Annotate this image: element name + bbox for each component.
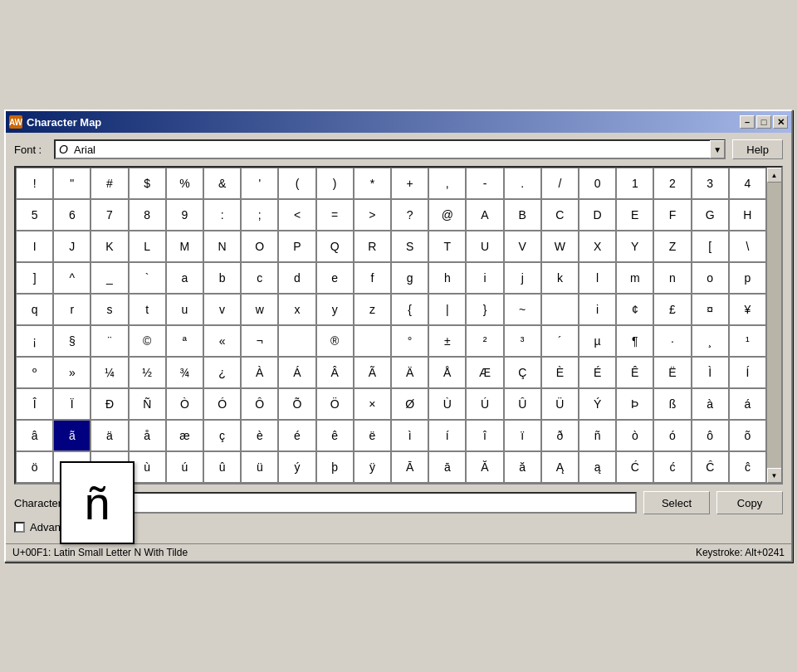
- char-cell[interactable]: D: [579, 199, 616, 231]
- char-cell[interactable]: õ: [729, 420, 766, 451]
- char-cell[interactable]: j: [504, 262, 541, 294]
- char-cell[interactable]: ê: [316, 420, 354, 451]
- char-cell[interactable]: é: [278, 420, 315, 451]
- char-cell[interactable]: C: [541, 199, 579, 231]
- char-cell[interactable]: É: [579, 357, 616, 388]
- char-cell[interactable]: W: [541, 231, 579, 262]
- char-cell[interactable]: Ç: [504, 357, 541, 388]
- char-cell[interactable]: ±: [428, 325, 466, 357]
- char-cell[interactable]: ñ: [579, 420, 616, 451]
- char-cell[interactable]: Ó: [203, 388, 241, 420]
- char-cell[interactable]: Ä: [391, 357, 428, 388]
- char-cell[interactable]: q: [16, 294, 53, 325]
- char-cell[interactable]: @: [428, 199, 466, 231]
- char-cell[interactable]: ª: [166, 325, 203, 357]
- char-cell[interactable]: ð: [541, 420, 579, 451]
- char-cell[interactable]: $: [129, 168, 166, 199]
- char-cell[interactable]: Ć: [616, 451, 653, 483]
- char-cell[interactable]: R: [354, 231, 391, 262]
- char-cell[interactable]: ì: [391, 420, 428, 451]
- char-cell[interactable]: Q: [316, 231, 354, 262]
- char-cell[interactable]: ÿ: [354, 451, 391, 483]
- char-cell[interactable]: M: [166, 231, 203, 262]
- char-cell[interactable]: ã: [53, 420, 90, 451]
- char-cell[interactable]: 5: [16, 199, 53, 231]
- char-cell[interactable]: Z: [653, 231, 691, 262]
- char-cell[interactable]: n: [653, 262, 691, 294]
- char-cell[interactable]: ¿: [203, 357, 241, 388]
- char-cell[interactable]: 9: [166, 199, 203, 231]
- char-cell[interactable]: Ï: [53, 388, 90, 420]
- char-cell[interactable]: ]: [16, 262, 53, 294]
- char-cell[interactable]: u: [166, 294, 203, 325]
- char-cell[interactable]: c: [241, 262, 278, 294]
- char-cell[interactable]: :: [203, 199, 241, 231]
- char-cell[interactable]: k: [541, 262, 579, 294]
- char-cell[interactable]: r: [53, 294, 90, 325]
- char-cell[interactable]: P: [278, 231, 315, 262]
- char-cell[interactable]: à: [692, 388, 729, 420]
- char-cell[interactable]: X: [579, 231, 616, 262]
- char-cell[interactable]: 6: [53, 199, 90, 231]
- char-cell[interactable]: Ð: [90, 388, 128, 420]
- char-cell[interactable]: ³: [504, 325, 541, 357]
- char-cell[interactable]: í: [428, 420, 466, 451]
- char-cell[interactable]: §: [53, 325, 90, 357]
- char-cell[interactable]: *: [354, 168, 391, 199]
- char-cell[interactable]: Ă: [466, 451, 503, 483]
- help-button[interactable]: Help: [732, 139, 783, 159]
- char-cell[interactable]: b: [203, 262, 241, 294]
- char-cell[interactable]: |: [428, 294, 466, 325]
- char-cell[interactable]: ü: [241, 451, 278, 483]
- char-cell[interactable]: l: [579, 262, 616, 294]
- char-cell[interactable]: 8: [129, 199, 166, 231]
- char-cell[interactable]: ?: [391, 199, 428, 231]
- char-cell[interactable]: ¹: [729, 325, 766, 357]
- char-cell[interactable]: ¤: [692, 294, 729, 325]
- char-cell[interactable]: ö: [16, 451, 53, 483]
- char-cell[interactable]: x: [278, 294, 315, 325]
- char-cell[interactable]: ©: [129, 325, 166, 357]
- char-cell[interactable]: ï: [504, 420, 541, 451]
- char-cell[interactable]: ¾: [166, 357, 203, 388]
- char-cell[interactable]: #: [90, 168, 128, 199]
- char-cell[interactable]: Ò: [166, 388, 203, 420]
- char-cell[interactable]: {: [391, 294, 428, 325]
- char-cell[interactable]: 4: [729, 168, 766, 199]
- char-cell[interactable]: [354, 325, 391, 357]
- char-cell[interactable]: Õ: [278, 388, 315, 420]
- char-cell[interactable]: û: [203, 451, 241, 483]
- maximize-button[interactable]: □: [756, 115, 771, 129]
- char-cell[interactable]: (: [278, 168, 315, 199]
- char-cell[interactable]: Ü: [541, 388, 579, 420]
- char-cell[interactable]: v: [203, 294, 241, 325]
- scroll-down-button[interactable]: ▼: [767, 468, 782, 483]
- char-cell[interactable]: Æ: [466, 357, 503, 388]
- char-cell[interactable]: Ê: [616, 357, 653, 388]
- char-cell[interactable]: w: [241, 294, 278, 325]
- char-cell[interactable]: µ: [579, 325, 616, 357]
- char-cell[interactable]: £: [653, 294, 691, 325]
- char-cell[interactable]: =: [316, 199, 354, 231]
- char-cell[interactable]: ;: [241, 199, 278, 231]
- char-cell[interactable]: þ: [316, 451, 354, 483]
- scroll-track[interactable]: [767, 183, 782, 468]
- characters-to-copy-input[interactable]: [117, 492, 637, 514]
- char-cell[interactable]: f: [354, 262, 391, 294]
- char-cell[interactable]: ô: [692, 420, 729, 451]
- char-cell[interactable]: ): [316, 168, 354, 199]
- char-cell[interactable]: À: [241, 357, 278, 388]
- char-cell[interactable]: 0: [579, 168, 616, 199]
- char-cell[interactable]: N: [203, 231, 241, 262]
- char-cell[interactable]: 7: [90, 199, 128, 231]
- char-cell[interactable]: ë: [354, 420, 391, 451]
- char-cell[interactable]: I: [16, 231, 53, 262]
- char-cell[interactable]: ': [241, 168, 278, 199]
- char-cell[interactable]: ": [53, 168, 90, 199]
- char-cell[interactable]: ^: [53, 262, 90, 294]
- char-cell[interactable]: ¡: [16, 325, 53, 357]
- char-cell[interactable]: ®: [316, 325, 354, 357]
- char-cell[interactable]: Ø: [391, 388, 428, 420]
- char-cell[interactable]: ²: [466, 325, 503, 357]
- char-cell[interactable]: Y: [616, 231, 653, 262]
